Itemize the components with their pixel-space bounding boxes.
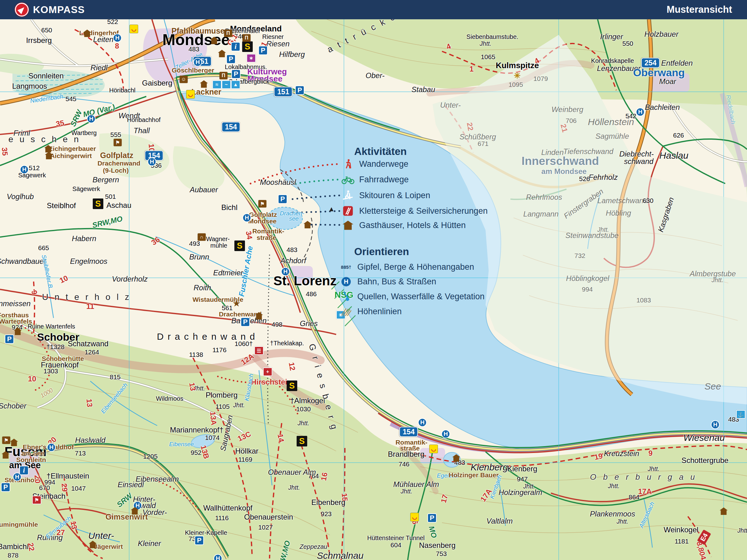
compass-icon: [15, 3, 29, 17]
top-bar: KOMPASS Musteransicht: [0, 0, 747, 19]
map-canvas: [0, 19, 747, 560]
kompass-logo[interactable]: KOMPASS: [15, 3, 85, 17]
topo-map[interactable]: Mondsee483PfahlbaumuseumMondseelandRiesn…: [0, 19, 747, 560]
brand-name: KOMPASS: [33, 4, 85, 16]
kompass-map-preview: Mondsee483PfahlbaumuseumMondseelandRiesn…: [0, 0, 747, 560]
lake-egelsee: [443, 452, 460, 467]
page-title: Musteransicht: [667, 4, 732, 15]
